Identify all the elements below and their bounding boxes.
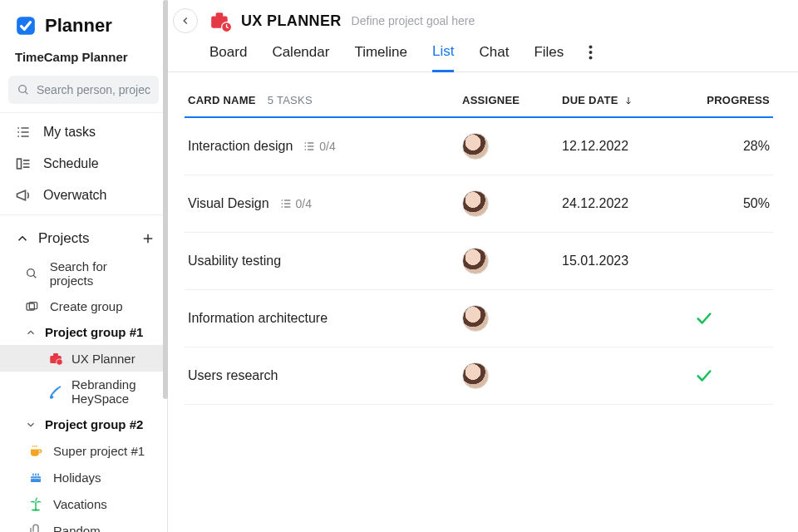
tab-files[interactable]: Files — [534, 44, 564, 71]
project-name: UX Planner — [71, 352, 135, 366]
tasks-icon — [15, 124, 32, 140]
progress-cell: 28% — [695, 139, 770, 154]
project-group-2[interactable]: Project group #2 — [0, 411, 167, 437]
tab-chat[interactable]: Chat — [479, 44, 509, 71]
group-name: Project group #1 — [45, 325, 143, 339]
assignee-cell[interactable] — [462, 133, 562, 160]
subtask-count: 0/4 — [279, 197, 312, 210]
project-name: Rebranding HeySpace — [71, 377, 152, 406]
tab-board[interactable]: Board — [209, 44, 247, 71]
tabs-more-icon[interactable] — [589, 45, 593, 70]
avatar[interactable] — [462, 248, 489, 274]
col-due-label: DUE DATE — [562, 94, 618, 106]
table-row[interactable]: Visual Design0/424.12.202250% — [185, 175, 773, 233]
sub-label: Create group — [50, 299, 123, 313]
project-name: Random — [53, 524, 101, 533]
svg-point-16 — [589, 57, 593, 60]
project-vacations[interactable]: Vacations — [0, 490, 167, 517]
sidebar: Planner TimeCamp Planner My tasks Schedu… — [0, 0, 168, 532]
project-name: Vacations — [53, 497, 107, 511]
project-name: Holidays — [53, 470, 101, 485]
project-ux-planner[interactable]: UX Planner — [0, 345, 167, 372]
avatar[interactable] — [462, 362, 489, 389]
due-date-cell[interactable]: 24.12.2022 — [562, 196, 695, 211]
global-search-input[interactable] — [37, 83, 150, 96]
project-tabs: Board Calendar Timeline List Chat Files — [168, 33, 798, 72]
divider — [0, 214, 167, 215]
card-title: Visual Design — [188, 196, 269, 211]
progress-cell: 50% — [695, 196, 770, 211]
progress-cell — [695, 309, 770, 328]
divider — [0, 112, 167, 113]
col-card-name[interactable]: CARD NAME — [188, 94, 256, 106]
svg-point-10 — [32, 509, 41, 510]
due-date-cell[interactable]: 12.12.2022 — [562, 139, 695, 154]
tab-list[interactable]: List — [432, 43, 454, 72]
due-date-cell[interactable]: 15.01.2023 — [562, 254, 695, 268]
main-panel: UX PLANNER Define project goal here Boar… — [168, 0, 798, 532]
project-super-1[interactable]: Super project #1 — [0, 437, 167, 464]
svg-rect-2 — [17, 159, 22, 169]
app-name: Planner — [45, 15, 112, 37]
tab-timeline[interactable]: Timeline — [354, 44, 407, 71]
assignee-cell[interactable] — [462, 190, 562, 217]
col-assignee[interactable]: ASSIGNEE — [462, 94, 562, 106]
nav-schedule[interactable]: Schedule — [0, 148, 167, 180]
project-random[interactable]: Random — [0, 517, 167, 532]
col-progress[interactable]: PROGRESS — [695, 94, 770, 106]
search-projects[interactable]: Search for projects — [0, 254, 167, 293]
table-header: CARD NAME 5 TASKS ASSIGNEE DUE DATE PROG… — [185, 94, 773, 118]
app-logo-icon — [15, 15, 37, 37]
assignee-cell[interactable] — [462, 362, 562, 389]
svg-point-3 — [27, 269, 35, 277]
task-table: CARD NAME 5 TASKS ASSIGNEE DUE DATE PROG… — [168, 72, 798, 405]
assignee-cell[interactable] — [462, 248, 562, 274]
table-row[interactable]: Information architecture — [185, 290, 773, 347]
progress-cell — [695, 367, 770, 385]
projects-section-header[interactable]: Projects — [0, 219, 167, 254]
project-rebranding[interactable]: Rebranding HeySpace — [0, 372, 167, 411]
project-holidays[interactable]: Holidays — [0, 464, 167, 490]
coffee-icon — [28, 443, 43, 458]
create-group[interactable]: Create group — [0, 293, 167, 319]
svg-rect-7 — [53, 353, 58, 357]
group-name: Project group #2 — [45, 417, 143, 431]
project-group-1[interactable]: Project group #1 — [0, 319, 167, 345]
sub-label: Search for projects — [50, 259, 152, 288]
nav-overwatch[interactable]: Overwatch — [0, 180, 167, 211]
done-check-icon — [695, 367, 770, 385]
sort-desc-icon — [623, 96, 633, 106]
card-name-cell: Users research — [188, 368, 462, 383]
svg-rect-12 — [216, 12, 224, 17]
project-name: Super project #1 — [53, 444, 145, 458]
svg-point-1 — [19, 86, 27, 93]
table-row[interactable]: Users research — [185, 347, 773, 405]
workspace-name: TimeCamp Planner — [0, 47, 167, 76]
col-due-date[interactable]: DUE DATE — [562, 94, 695, 106]
search-icon — [17, 83, 30, 96]
table-row[interactable]: Usability testing15.01.2023 — [185, 233, 773, 290]
chevron-up-icon — [15, 231, 30, 246]
add-project-icon[interactable] — [140, 231, 155, 246]
avatar[interactable] — [462, 305, 489, 332]
tab-calendar[interactable]: Calendar — [272, 44, 329, 71]
project-icon — [209, 10, 231, 32]
nav-my-tasks[interactable]: My tasks — [0, 116, 167, 148]
brush-icon — [48, 384, 63, 399]
project-goal-placeholder[interactable]: Define project goal here — [352, 14, 475, 27]
table-row[interactable]: Interaction design0/412.12.202228% — [185, 118, 773, 175]
collapse-sidebar-button[interactable] — [173, 8, 198, 33]
app-logo-row: Planner — [0, 0, 167, 47]
briefcase-icon — [48, 351, 63, 366]
schedule-icon — [15, 155, 32, 172]
avatar[interactable] — [462, 190, 489, 217]
avatar[interactable] — [462, 133, 489, 160]
assignee-cell[interactable] — [462, 305, 562, 332]
nav-label: Overwatch — [43, 188, 106, 203]
folder-plus-icon — [25, 300, 40, 313]
cake-icon — [28, 470, 43, 485]
project-header: UX PLANNER Define project goal here — [168, 0, 798, 33]
card-title: Users research — [188, 368, 278, 383]
global-search[interactable] — [8, 76, 159, 104]
card-name-cell: Usability testing — [188, 254, 462, 268]
